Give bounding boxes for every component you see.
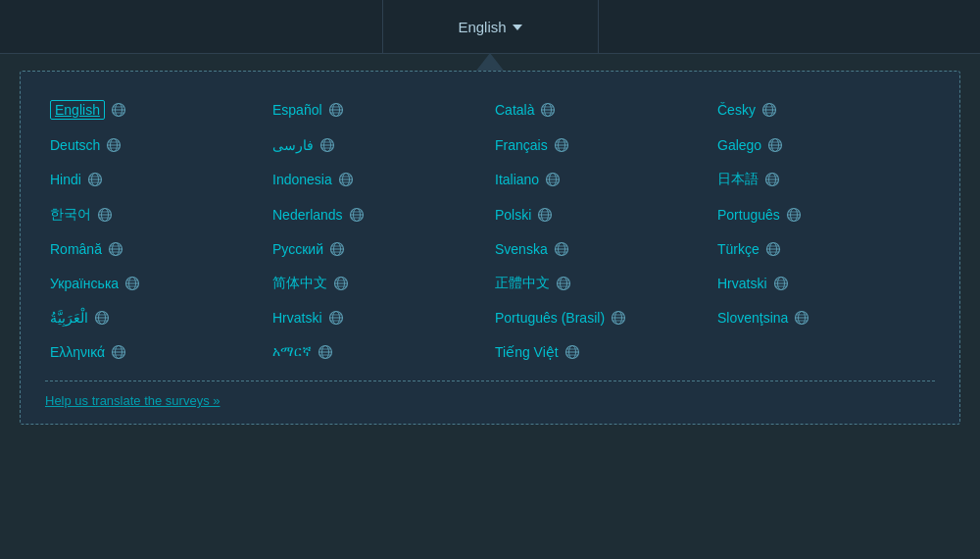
globe-icon — [94, 310, 110, 326]
globe-icon — [328, 102, 344, 118]
lang-name-fr: Français — [495, 137, 548, 153]
globe-icon — [554, 241, 569, 257]
lang-name-nl: Nederlands — [272, 207, 343, 223]
globe-icon — [329, 241, 345, 257]
lang-item-ar[interactable]: الْعَرَبِيَّةُ — [45, 301, 268, 334]
lang-name-hr2: Hrvatski — [717, 276, 767, 291]
globe-icon — [767, 137, 783, 153]
lang-name-zh-hant: 正體中文 — [495, 275, 550, 292]
lang-item-hr[interactable]: Hrvatski — [268, 301, 490, 334]
lang-item-ja[interactable]: 日本語 — [712, 162, 935, 197]
globe-icon — [97, 207, 113, 223]
globe-icon — [611, 310, 626, 326]
lang-item-tr[interactable]: Türkçe — [712, 232, 935, 266]
lang-item-id[interactable]: Indonesia — [268, 162, 490, 197]
lang-name-tr: Türkçe — [717, 241, 760, 257]
globe-icon — [765, 241, 781, 257]
globe-icon — [564, 344, 580, 360]
lang-item-ko[interactable]: 한국어 — [45, 197, 268, 232]
globe-icon — [786, 207, 802, 223]
globe-icon — [87, 172, 103, 187]
lang-name-vi: Tiếng Việt — [495, 344, 559, 360]
globe-icon — [338, 172, 354, 187]
lang-name-hr: Hrvatski — [272, 310, 322, 326]
top-bar-left — [0, 0, 383, 53]
lang-item-zh-hans[interactable]: 简体中文 — [268, 266, 490, 301]
lang-name-en: English — [50, 100, 105, 120]
globe-icon — [111, 102, 126, 118]
lang-item-sl[interactable]: Slovenţsina — [712, 301, 935, 334]
lang-name-gl: Galego — [717, 137, 761, 153]
lang-item-fr[interactable]: Français — [490, 128, 712, 162]
dropdown-arrow-icon — [513, 25, 522, 30]
lang-item-pt[interactable]: Português — [712, 197, 935, 232]
help-translate-link[interactable]: Help us translate the surveys » — [45, 393, 220, 408]
lang-item-gl[interactable]: Galego — [712, 128, 935, 162]
globe-icon — [545, 172, 561, 187]
lang-item-ru[interactable]: Русский — [268, 232, 490, 266]
lang-name-fa: فارسی — [272, 137, 314, 153]
lang-item-am[interactable]: አማርኛ — [268, 334, 490, 369]
lang-item-en[interactable]: English — [45, 91, 268, 128]
lang-item-hi[interactable]: Hindi — [45, 162, 268, 197]
globe-icon — [540, 102, 556, 118]
lang-name-sl: Slovenţsina — [717, 310, 788, 326]
globe-icon — [554, 137, 569, 153]
lang-name-pt: Português — [717, 207, 780, 223]
lang-name-uk: Українська — [50, 276, 119, 291]
lang-item-ro[interactable]: Română — [45, 232, 268, 266]
globe-icon — [333, 276, 349, 291]
lang-item-cs[interactable]: Česky — [712, 91, 935, 128]
globe-icon — [761, 102, 777, 118]
globe-icon — [349, 207, 365, 223]
globe-icon — [111, 344, 126, 360]
languages-grid: English Español Català Česky Deutsch — [45, 91, 935, 369]
dropdown-pointer — [0, 53, 980, 71]
globe-icon — [108, 241, 123, 257]
globe-icon — [124, 276, 140, 291]
lang-item-it[interactable]: Italiano — [490, 162, 712, 197]
lang-name-ja: 日本語 — [717, 171, 759, 188]
language-dropdown-trigger[interactable]: English — [383, 0, 599, 53]
lang-name-zh-hans: 简体中文 — [272, 275, 327, 292]
lang-name-pt-br: Português (Brasil) — [495, 310, 605, 326]
lang-name-ca: Català — [495, 102, 534, 118]
lang-name-am: አማርኛ — [272, 343, 312, 360]
language-selector[interactable]: English — [458, 19, 521, 35]
lang-name-hi: Hindi — [50, 172, 81, 187]
globe-icon — [537, 207, 553, 223]
globe-icon — [318, 344, 333, 360]
globe-icon — [106, 137, 122, 153]
lang-name-sv: Svenska — [495, 241, 548, 257]
lang-name-de: Deutsch — [50, 137, 100, 153]
lang-name-pl: Polski — [495, 207, 531, 223]
lang-item-pl[interactable]: Polski — [490, 197, 712, 232]
lang-name-ru: Русский — [272, 241, 323, 257]
lang-item-de[interactable]: Deutsch — [45, 128, 268, 162]
lang-item-pt-br[interactable]: Português (Brasil) — [490, 301, 712, 334]
lang-name-ar: الْعَرَبِيَّةُ — [50, 310, 88, 326]
lang-name-id: Indonesia — [272, 172, 332, 187]
lang-item-hr2[interactable]: Hrvatski — [712, 266, 935, 301]
lang-item-el[interactable]: Ελληνικά — [45, 334, 268, 369]
lang-item-nl[interactable]: Nederlands — [268, 197, 490, 232]
selected-language-label: English — [458, 19, 506, 35]
globe-icon — [556, 276, 571, 291]
lang-item-ca[interactable]: Català — [490, 91, 712, 128]
divider — [45, 381, 935, 381]
globe-icon — [794, 310, 809, 326]
top-bar-right — [599, 0, 981, 53]
lang-name-cs: Česky — [717, 102, 756, 118]
lang-item-uk[interactable]: Українська — [45, 266, 268, 301]
globe-icon — [773, 276, 789, 291]
language-dropdown-panel: English Español Català Česky Deutsch — [20, 71, 960, 425]
lang-name-ro: Română — [50, 241, 102, 257]
lang-item-zh-hant[interactable]: 正體中文 — [490, 266, 712, 301]
lang-item-vi[interactable]: Tiếng Việt — [490, 334, 712, 369]
globe-icon — [319, 137, 335, 153]
lang-item-es[interactable]: Español — [268, 91, 490, 128]
lang-name-es: Español — [272, 102, 322, 118]
lang-item-sv[interactable]: Svenska — [490, 232, 712, 266]
lang-item-fa[interactable]: فارسی — [268, 128, 490, 162]
lang-name-it: Italiano — [495, 172, 539, 187]
